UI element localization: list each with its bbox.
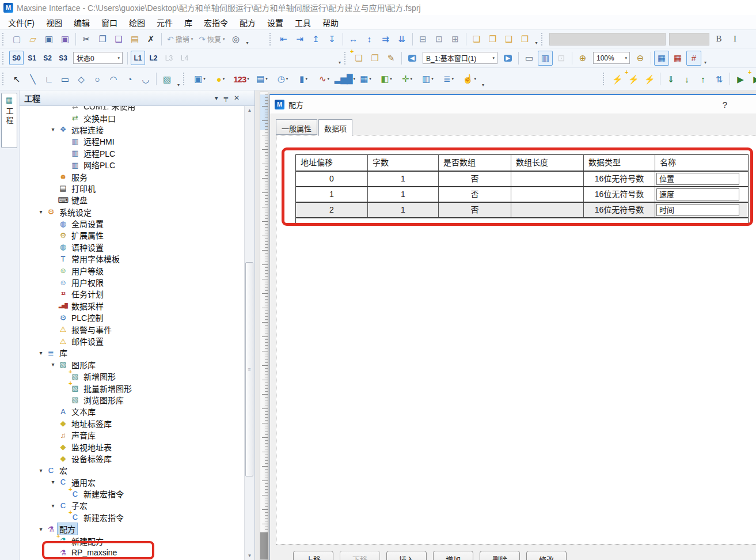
cell-data-type[interactable]: 16位无符号数 bbox=[584, 203, 655, 217]
tree-item[interactable]: ▾ ≣ 库 bbox=[20, 347, 244, 358]
zoom-in-button[interactable]: ⊕ bbox=[575, 51, 590, 66]
save-button[interactable]: ▣ bbox=[41, 32, 56, 47]
add-button[interactable]: 增加 bbox=[433, 551, 473, 560]
paste-button[interactable]: ▤ bbox=[127, 32, 142, 47]
expand-arrow-icon[interactable]: ▾ bbox=[48, 479, 58, 485]
tree-item[interactable]: ▾ C 宏 bbox=[20, 464, 244, 476]
cell-is-array[interactable]: 否 bbox=[439, 203, 511, 217]
same-size-button[interactable]: ⊞ bbox=[448, 32, 463, 47]
cut-button[interactable]: ✂ bbox=[79, 32, 94, 47]
tree-item[interactable]: ⚙ PLC控制 bbox=[20, 312, 244, 323]
zoom-level-select[interactable]: 100%▾ bbox=[593, 52, 630, 64]
same-height-button[interactable]: ⊡ bbox=[432, 32, 447, 47]
snap-guides-button[interactable]: # bbox=[686, 51, 701, 66]
tree-item[interactable]: A 文本库 bbox=[20, 406, 244, 417]
state2-button[interactable]: S2 bbox=[40, 51, 55, 65]
list-component-button[interactable]: ≣▾ bbox=[439, 71, 458, 87]
line-tool-button[interactable]: ╲ bbox=[25, 71, 40, 86]
toolbar-grip[interactable] bbox=[183, 73, 187, 85]
tree-item[interactable]: ▾ ⚙ 系统设定 bbox=[20, 206, 244, 218]
open-file-button[interactable]: ▱ bbox=[25, 32, 40, 47]
tree-item[interactable]: ⚠ 邮件设置 bbox=[20, 335, 244, 347]
name-input[interactable]: 速度 bbox=[656, 188, 739, 200]
expand-arrow-icon[interactable]: ▾ bbox=[36, 526, 46, 532]
upload-button[interactable]: ↑ bbox=[696, 71, 711, 86]
menu-item[interactable]: 编辑 bbox=[68, 15, 96, 30]
font-size-select[interactable] bbox=[669, 33, 709, 46]
save-all-button[interactable]: ▣ bbox=[58, 32, 73, 47]
toolbar-grip[interactable] bbox=[2, 33, 6, 46]
tree-item[interactable]: ▧+ 批量新增图形 bbox=[20, 382, 244, 393]
prev-window-button[interactable]: ◀ bbox=[405, 51, 420, 66]
tree-item[interactable]: ♫ 声音库 bbox=[20, 429, 244, 441]
toolbar-grip[interactable] bbox=[603, 73, 607, 85]
send-to-back-button[interactable]: ❐ bbox=[485, 32, 500, 47]
tree-item[interactable]: ◍ 全局设置 bbox=[20, 218, 244, 229]
tree-item[interactable]: ▧ 浏览图形库 bbox=[20, 394, 244, 406]
language2-button[interactable]: L2 bbox=[146, 51, 161, 65]
numeric-component-button[interactable]: 123▾ bbox=[231, 71, 251, 87]
offline-simulation-button[interactable]: ▶ bbox=[733, 71, 748, 86]
snap-grid-button[interactable]: ▦ bbox=[670, 51, 685, 66]
toolbar-overflow-button[interactable]: ▾ bbox=[702, 60, 709, 67]
toolbar-grip[interactable] bbox=[2, 73, 6, 85]
tree-item[interactable]: ▤ 打印机 bbox=[20, 183, 244, 194]
modify-button[interactable]: 修改 bbox=[526, 551, 567, 560]
clear-compile-button[interactable]: ⚡ bbox=[642, 71, 657, 86]
cell-data-type[interactable]: 16位无符号数 bbox=[584, 172, 655, 186]
table-row[interactable]: 0 1 否 16位无符号数 位置 bbox=[296, 171, 748, 186]
window-thumbnail-button[interactable]: ▥ bbox=[538, 51, 553, 66]
rectangle-tool-button[interactable]: ▭ bbox=[58, 71, 73, 86]
window-preview-button[interactable]: ▭ bbox=[522, 51, 537, 66]
font-family-select[interactable] bbox=[549, 33, 666, 46]
cell-array-length[interactable] bbox=[511, 203, 584, 217]
new-file-button[interactable]: ▢ bbox=[9, 32, 24, 47]
name-input[interactable]: 时间 bbox=[656, 204, 739, 216]
cell-word-count[interactable]: 1 bbox=[368, 203, 439, 217]
window-select[interactable]: B_1:基本窗口(1)▾ bbox=[423, 52, 497, 64]
dialog-help-button[interactable]: ? bbox=[723, 100, 727, 109]
download-partial-button[interactable]: ↓ bbox=[679, 71, 694, 86]
language4-button[interactable]: L4 bbox=[177, 51, 192, 65]
tree-item[interactable]: ⚗+ 新建配方 bbox=[20, 535, 244, 546]
lamp-component-button[interactable]: ●▾ bbox=[211, 71, 230, 87]
move-component-button[interactable]: ✛▾ bbox=[397, 71, 417, 87]
bring-to-front-button[interactable]: ❏ bbox=[469, 32, 484, 47]
tree-item[interactable]: ▾ C 通用宏 bbox=[20, 476, 244, 488]
italic-button[interactable]: I bbox=[728, 32, 743, 47]
tree-item[interactable]: ☻ 服务 bbox=[20, 171, 244, 182]
bar-component-button[interactable]: ▮▾ bbox=[294, 71, 313, 87]
tree-item[interactable]: C+ 新建宏指令 bbox=[20, 488, 244, 500]
tree-item[interactable]: ⇄ COM1: 未使用 bbox=[20, 106, 244, 112]
cell-address-offset[interactable]: 1 bbox=[296, 187, 368, 202]
panel-pin-icon[interactable]: ┯ bbox=[224, 94, 228, 102]
cell-address-offset[interactable]: 0 bbox=[296, 172, 368, 186]
polyline-tool-button[interactable]: ∟ bbox=[41, 71, 56, 86]
bit-switch-component-button[interactable]: ▣▾ bbox=[190, 71, 210, 87]
tree-item[interactable]: ⚙ 扩展属性 bbox=[20, 229, 244, 241]
toolbar-overflow-button[interactable]: ▾ bbox=[336, 60, 343, 67]
tree-item[interactable]: ◍ 语种设置 bbox=[20, 241, 244, 253]
project-panel-side-tab[interactable]: ▦ 工程 bbox=[1, 93, 17, 148]
arc-tool-button[interactable]: ◠ bbox=[106, 71, 121, 86]
state0-button[interactable]: S0 bbox=[9, 51, 24, 65]
cell-address-offset[interactable]: 2 bbox=[296, 203, 368, 217]
expand-arrow-icon[interactable]: ▾ bbox=[36, 467, 46, 474]
state1-button[interactable]: S1 bbox=[25, 51, 39, 65]
duplicate-button[interactable]: ❑ bbox=[111, 32, 126, 47]
align-right-button[interactable]: ⇥ bbox=[292, 32, 307, 47]
scrollbar-thumb[interactable]: ≡ bbox=[245, 262, 253, 476]
menu-item[interactable]: 设置 bbox=[261, 15, 289, 30]
menu-item[interactable]: 窗口 bbox=[96, 15, 123, 30]
next-window-button[interactable]: ▶ bbox=[500, 51, 515, 66]
menu-item[interactable]: 视图 bbox=[40, 15, 68, 30]
toolbar-overflow-button[interactable]: ▾ bbox=[244, 40, 251, 48]
toolbar-grip[interactable] bbox=[344, 52, 348, 65]
cell-is-array[interactable]: 否 bbox=[439, 172, 511, 186]
sector-tool-button[interactable]: ◔ bbox=[122, 71, 137, 86]
menu-item[interactable]: 元件 bbox=[151, 15, 178, 30]
image-tool-button[interactable]: ▧ bbox=[159, 71, 174, 86]
tree-item[interactable]: ▾ ⚗ 配方 bbox=[20, 523, 244, 535]
ellipse-tool-button[interactable]: ○ bbox=[90, 71, 105, 86]
move-down-button[interactable]: 下移 bbox=[340, 551, 380, 560]
